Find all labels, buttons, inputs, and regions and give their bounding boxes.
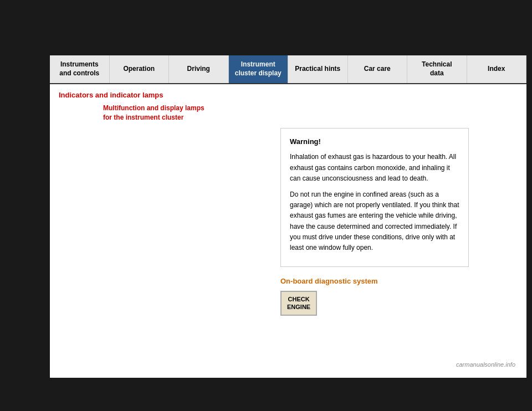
watermark: carmanualsonline.info	[456, 361, 515, 368]
check-engine-button[interactable]: CHECK ENGINE	[280, 291, 317, 316]
nav-practical-hints[interactable]: Practical hints	[288, 55, 348, 83]
nav-instrument-cluster[interactable]: Instrument cluster display	[229, 55, 289, 83]
diagnostics-title: On-board diagnostic system	[280, 277, 518, 285]
warning-box: Warning! Inhalation of exhaust gas is ha…	[280, 128, 469, 267]
nav-index[interactable]: Index	[467, 55, 527, 83]
main-content: Indicators and indicator lamps Multifunc…	[50, 84, 526, 322]
navigation-bar: Instruments and controls Operation Drivi…	[50, 55, 526, 84]
right-column: Warning! Inhalation of exhaust gas is ha…	[280, 128, 518, 316]
section-title: Indicators and indicator lamps	[59, 91, 518, 99]
nav-operation[interactable]: Operation	[110, 55, 170, 83]
content-columns: Warning! Inhalation of exhaust gas is ha…	[59, 128, 518, 316]
warning-paragraph-2: Do not run the engine in confined areas …	[290, 189, 459, 253]
subsection-title: Multifunction and display lamps for the …	[103, 104, 518, 122]
warning-paragraph-1: Inhalation of exhaust gas is hazardous t…	[290, 152, 459, 184]
left-column	[59, 128, 269, 316]
nav-car-care[interactable]: Car care	[348, 55, 408, 83]
nav-instruments[interactable]: Instruments and controls	[50, 55, 110, 83]
nav-driving[interactable]: Driving	[169, 55, 229, 83]
nav-technical-data[interactable]: Technical data	[407, 55, 467, 83]
warning-title: Warning!	[290, 136, 459, 148]
